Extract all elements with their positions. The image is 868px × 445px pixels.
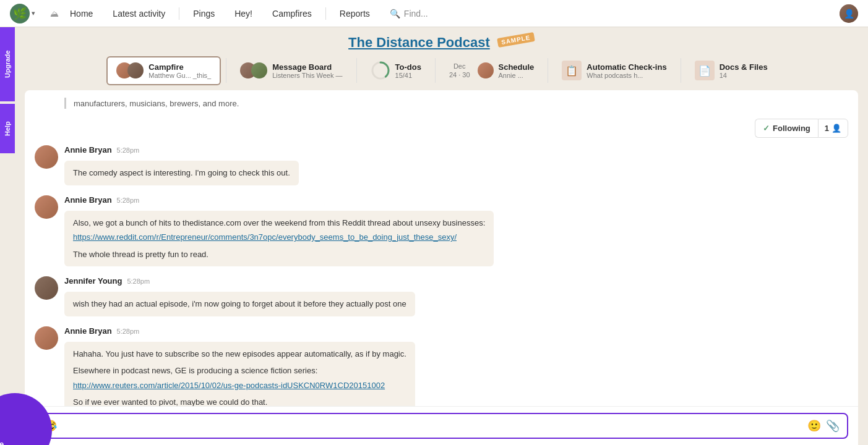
partial-message: manufacturers, musicians, brewers, and m…	[64, 98, 239, 109]
partial-message-block: manufacturers, musicians, brewers, and m…	[35, 98, 848, 109]
checkins-icon: 📋	[562, 61, 582, 80]
message-3-content: Jennifer Young 5:28pm wish they had an a…	[64, 276, 415, 316]
message-3: Jennifer Young 5:28pm wish they had an a…	[35, 276, 848, 316]
nav-logo[interactable]: 🌿 ▾	[10, 4, 35, 23]
message-1-content: Annie Bryan 5:28pm The comedy aspect is …	[64, 145, 299, 185]
chat-input-area: 😂 🙂 📎	[25, 406, 858, 445]
nav-links: ⛰ Home Latest activity Pings Hey! Campfi…	[50, 5, 840, 22]
message-2-content: Annie Bryan 5:28pm Also, we got a bunch …	[64, 195, 494, 267]
message-4-header: Annie Bryan 5:28pm	[64, 326, 415, 336]
message-1-author: Annie Bryan	[64, 145, 112, 155]
search-icon: 🔍	[390, 9, 400, 19]
attach-button[interactable]: 📎	[826, 419, 840, 433]
toolbar-campfire-sub: Matthew Gu... _this_	[148, 72, 211, 79]
following-row: ✓ Following 1 👤	[755, 119, 848, 138]
top-nav: 🌿 ▾ ⛰ Home Latest activity Pings Hey! Ca…	[0, 0, 868, 27]
toolbar-checkins-sub: What podcasts h...	[587, 72, 666, 79]
message-3-header: Jennifer Young 5:28pm	[64, 276, 415, 286]
toolbar-message-board-label: Message Board	[272, 62, 342, 72]
toolbar-todos[interactable]: To-dos 15/41	[362, 56, 430, 85]
toolbar-sep-5	[681, 58, 681, 83]
message-2-author: Annie Bryan	[64, 195, 112, 205]
message-4-bubble: Hahaha. You just have to subscribe so th…	[64, 342, 415, 407]
message-4-link[interactable]: http://www.reuters.com/article/2015/10/0…	[73, 381, 385, 390]
message-4-time: 5:28pm	[117, 328, 140, 335]
message-4-text-3: So if we ever wanted to pivot, maybe we …	[73, 396, 406, 406]
toolbar-sep-1	[226, 58, 226, 83]
toolbar-checkins-label: Automatic Check-ins	[587, 62, 666, 72]
message-2-time: 5:28pm	[117, 197, 140, 204]
toolbar-message-board-sub: Listeners This Week —	[272, 72, 342, 79]
message-2-bubble: Also, we got a bunch of hits to thedista…	[64, 211, 494, 267]
docs-icon: 📄	[695, 61, 715, 80]
nav-find[interactable]: 🔍 Find...	[381, 5, 437, 22]
todo-progress-icon	[371, 61, 390, 80]
chat-input-wrapper: 😂 🙂 📎	[35, 413, 848, 439]
nav-hey[interactable]: Hey!	[226, 5, 261, 22]
message-4: Annie Bryan 5:28pm Hahaha. You just have…	[35, 326, 848, 407]
logo-icon: 🌿	[10, 4, 30, 23]
person-icon: 👤	[831, 124, 841, 133]
nav-home[interactable]: Home	[61, 5, 101, 22]
toolbar-docs-sub: 14	[720, 72, 768, 79]
toolbar-checkins[interactable]: 📋 Automatic Check-ins What podcasts h...	[553, 56, 675, 85]
chat-messages: manufacturers, musicians, brewers, and m…	[25, 90, 858, 406]
message-2: Annie Bryan 5:28pm Also, we got a bunch …	[35, 195, 848, 267]
message-4-link-wrapper: http://www.reuters.com/article/2015/10/0…	[73, 379, 406, 392]
checkmark-icon: ✓	[763, 124, 770, 133]
toolbar-campfire[interactable]: Campfire Matthew Gu... _this_	[106, 56, 221, 85]
chat-panel: manufacturers, musicians, brewers, and m…	[25, 90, 858, 445]
toolbar-sep-2	[356, 58, 357, 83]
nav-home-icon: ⛰	[50, 9, 59, 19]
nav-latest-activity[interactable]: Latest activity	[104, 5, 174, 22]
logo-dropdown-icon[interactable]: ▾	[32, 9, 35, 17]
toolbar-schedule-label: Schedule	[499, 62, 535, 72]
toolbar-todos-label: To-dos	[395, 62, 421, 72]
message-4-author: Annie Bryan	[64, 326, 112, 336]
nav-pings[interactable]: Pings	[184, 5, 223, 22]
nav-toolbar: Campfire Matthew Gu... _this_ Message Bo…	[15, 51, 868, 90]
message-2-link[interactable]: https://www.reddit.com/r/Entrepreneur/co…	[73, 232, 457, 242]
following-count-button[interactable]: 1 👤	[818, 119, 848, 138]
message-4-content: Annie Bryan 5:28pm Hahaha. You just have…	[64, 326, 415, 407]
toolbar-docs-files[interactable]: 📄 Docs & Files 14	[686, 56, 776, 85]
toolbar-docs-label: Docs & Files	[720, 62, 768, 72]
following-label: Following	[773, 124, 810, 133]
partial-message-text: manufacturers, musicians, brewers, and m…	[74, 99, 239, 108]
nav-campfires[interactable]: Campfires	[264, 5, 320, 22]
nav-sep-1	[179, 7, 179, 20]
nav-sep-2	[325, 7, 326, 20]
project-title[interactable]: The Distance Podcast	[348, 35, 490, 51]
following-button[interactable]: ✓ Following	[755, 119, 818, 138]
chat-input[interactable]	[62, 421, 802, 431]
avatar-jennifer	[35, 276, 58, 300]
emoji-picker-button[interactable]: 🙂	[807, 419, 821, 433]
sidebar-upgrade-tab[interactable]: Upgrade	[0, 27, 15, 101]
toolbar-sep-4	[548, 58, 548, 83]
following-count: 1	[825, 124, 829, 133]
message-2-text-1: Also, we got a bunch of hits to thedista…	[73, 217, 485, 229]
message-1-header: Annie Bryan 5:28pm	[64, 145, 299, 155]
project-header: The Distance Podcast SAMPLE	[15, 27, 868, 51]
toolbar-schedule[interactable]: Dec 24 · 30 Schedule Annie ...	[440, 57, 543, 85]
message-3-text: wish they had an actual episode, i'm now…	[64, 292, 415, 316]
message-3-time: 5:28pm	[127, 278, 150, 285]
schedule-dates: Dec 24 · 30	[449, 62, 470, 80]
find-placeholder: Find...	[404, 9, 428, 19]
message-1: Annie Bryan 5:28pm The comedy aspect is …	[35, 145, 848, 185]
nav-reports[interactable]: Reports	[331, 5, 379, 22]
sidebar-help-tab[interactable]: Help	[0, 104, 15, 153]
message-2-header: Annie Bryan 5:28pm	[64, 195, 494, 205]
avatar-annie-2	[35, 195, 58, 219]
toolbar-todos-sub: 15/41	[395, 72, 421, 79]
message-1-text: The comedy aspect is interesting. I'm go…	[64, 161, 299, 185]
toolbar-message-board[interactable]: Message Board Listeners This Week —	[231, 57, 351, 84]
user-avatar[interactable]: 👤	[840, 4, 858, 23]
message-2-link-wrapper: https://www.reddit.com/r/Entrepreneur/co…	[73, 231, 485, 244]
message-1-time: 5:28pm	[117, 146, 140, 154]
sample-badge: SAMPLE	[497, 32, 535, 48]
avatar-annie-3	[35, 326, 58, 350]
main-content: The Distance Podcast SAMPLE Campfire Mat…	[15, 27, 868, 445]
toolbar-campfire-label: Campfire	[148, 62, 211, 72]
message-2-text-2: The whole thread is pretty fun to read.	[73, 248, 485, 261]
